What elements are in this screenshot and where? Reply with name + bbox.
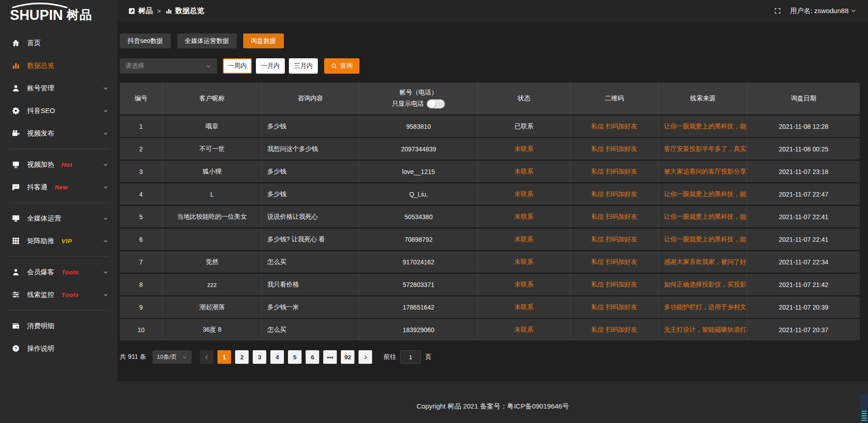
sidebar-item-label: 操作说明 [27, 344, 54, 353]
app-window: SHUPIN 树品 首页数据总览账号管理抖音SEO视频发布视频加热Hot抖客通N… [0, 0, 868, 423]
qrcode-link[interactable]: 私信 扫码加好友 [571, 319, 659, 340]
sidebar-item-video-publish[interactable]: 视频发布 [0, 122, 118, 145]
breadcrumb-item[interactable]: 数据总览 [165, 6, 204, 16]
video-camera-icon [12, 129, 20, 137]
filter-select-placeholder: 请选择 [125, 62, 144, 70]
sidebar-item-lead-monitor[interactable]: 线索监控Tools [0, 283, 118, 306]
sidebar-item-label: 视频发布 [27, 129, 54, 138]
page-button-4[interactable]: 4 [270, 350, 284, 364]
sidebar-item-label: 首页 [27, 39, 41, 47]
cell-account: 50534380 [359, 206, 478, 227]
sidebar-item-consumption-detail[interactable]: 消费明细 [0, 315, 118, 337]
chevron-down-icon [103, 162, 108, 168]
page-button-92[interactable]: 92 [341, 350, 354, 364]
sidebar-item-all-media-operation[interactable]: 全媒体运营 [0, 207, 118, 230]
cell-nickname: 当地比较能吃的一位美女 [163, 206, 262, 227]
qrcode-link[interactable]: 私信 扫码加好友 [571, 206, 659, 227]
cell-account: 9583810 [359, 116, 478, 137]
qrcode-link[interactable]: 私信 扫码加好友 [571, 296, 659, 318]
goto-prefix: 前往 [383, 353, 396, 361]
range-button-one-month[interactable]: 一月内 [256, 58, 285, 74]
cell-account: 183929060 [359, 319, 478, 340]
source-link[interactable]: 让你一眼就爱上的黑科技，能... [659, 116, 747, 137]
cell-no: 1 [120, 116, 163, 137]
page-button-6[interactable]: 6 [306, 350, 319, 364]
sidebar-item-badge: New [55, 184, 68, 191]
next-page-button[interactable] [359, 350, 372, 364]
source-link[interactable]: 无主灯设计，智能磁吸轨道灯... [659, 319, 747, 340]
page-button-1[interactable]: 1 [217, 350, 231, 364]
source-link[interactable]: 让你一眼就爱上的黑科技，能... [659, 183, 747, 205]
tab-douyin-seo-data[interactable]: 抖音seo数据 [120, 33, 171, 48]
more-pages-button[interactable]: ••• [323, 350, 337, 364]
chat-widget-tab[interactable] [860, 394, 868, 423]
source-link[interactable]: 让你一眼就爱上的黑科技，能... [659, 229, 747, 250]
copyright-text: Copyright 树品 2021 备案号：粤ICP备09019646号 [417, 402, 569, 411]
sidebar-item-data-overview[interactable]: 数据总览 [0, 54, 118, 77]
qrcode-link[interactable]: 私信 扫码加好友 [571, 138, 659, 160]
column-header-label: 帐号（电话） [400, 89, 438, 97]
range-button-three-months[interactable]: 三月内 [289, 58, 318, 74]
sidebar-item-home[interactable]: 首页 [0, 32, 118, 54]
sidebar-item-douyin-seo[interactable]: 抖音SEO [0, 99, 118, 122]
sidebar-divider [9, 202, 108, 203]
cell-date: 2021-11-07 22:34 [747, 251, 860, 273]
page-size-select[interactable]: 10条/页 [152, 350, 192, 364]
cell-no: 6 [120, 229, 163, 250]
sidebar-item-doukoutong[interactable]: 抖客通New [0, 176, 118, 198]
cell-nickname: 潮起潮落 [163, 296, 262, 318]
range-button-one-week[interactable]: 一周内 [223, 58, 252, 74]
goto-page-input[interactable] [400, 350, 421, 364]
phone-only-toggle[interactable] [427, 99, 445, 108]
qrcode-link[interactable]: 私信 扫码加好友 [571, 274, 659, 295]
page-button-3[interactable]: 3 [253, 350, 266, 364]
source-link[interactable]: 被大家追着问的客厅投影分享... [659, 161, 747, 182]
sliders-icon [12, 291, 20, 299]
user-menu[interactable]: 用户名: zswodun88 [790, 7, 856, 15]
status-badge: 已联系 [478, 116, 571, 137]
qrcode-link[interactable]: 私信 扫码加好友 [571, 229, 659, 250]
qrcode-link[interactable]: 私信 扫码加好友 [571, 183, 659, 205]
cell-nickname: L [163, 183, 262, 205]
filter-select[interactable]: 请选择 [120, 58, 217, 74]
qrcode-link[interactable]: 私信 扫码加好友 [571, 251, 659, 273]
cell-no: 9 [120, 296, 163, 318]
sidebar-item-account-management[interactable]: 账号管理 [0, 77, 118, 99]
search-button[interactable]: 查询 [324, 58, 359, 74]
prev-page-button[interactable] [200, 350, 213, 364]
app-logo[interactable]: SHUPIN 树品 [0, 0, 118, 26]
source-link[interactable]: 让你一眼就爱上的黑科技，能... [659, 206, 747, 227]
cell-date: 2021-11-08 12:28 [747, 116, 860, 137]
sidebar-item-operation-guide[interactable]: ?操作说明 [0, 337, 118, 360]
chevron-down-icon [103, 108, 108, 114]
phone-toggle-row: 只显示电话 [392, 99, 445, 108]
fullscreen-icon[interactable] [774, 7, 781, 14]
sidebar-item-label: 全媒体运营 [27, 214, 61, 223]
chevron-down-icon [103, 85, 108, 91]
chat-icon [12, 183, 20, 191]
qrcode-link[interactable]: 私信 扫码加好友 [571, 116, 659, 137]
sidebar-item-matrix-boost[interactable]: 矩阵助推VIP [0, 230, 118, 252]
header-right: 用户名: zswodun88 [774, 7, 856, 15]
page-button-5[interactable]: 5 [288, 350, 302, 364]
tab-inquiry-data[interactable]: 询盘数据 [243, 33, 284, 48]
table-row: 5当地比较能吃的一位美女说说价格让我死心50534380未联系私信 扫码加好友让… [120, 206, 860, 227]
member-icon [12, 268, 20, 276]
column-header-qrcode: 二维码 [571, 83, 659, 114]
breadcrumb-item[interactable]: 树品 [128, 6, 153, 16]
cell-content: 多少钱 [262, 116, 359, 137]
sidebar-item-badge: Tools [61, 269, 79, 276]
sidebar-item-member-baoke[interactable]: 会员爆客Tools [0, 261, 118, 283]
source-link[interactable]: 如何正确选择投影仪，买投影... [659, 274, 747, 295]
source-link[interactable]: 感谢大家喜欢我家，被问了好... [659, 251, 747, 273]
tab-media-operation-data[interactable]: 全媒体运营数据 [177, 33, 237, 48]
cell-nickname: 36度 8 [163, 319, 262, 340]
qrcode-link[interactable]: 私信 扫码加好友 [571, 161, 659, 182]
page-button-2[interactable]: 2 [235, 350, 249, 364]
cell-content: 多少钱? 让我死心 看 [262, 229, 359, 250]
source-link[interactable]: 多功能护栏灯，适用于乡村文... [659, 296, 747, 318]
column-header-nickname: 客户昵称 [163, 83, 262, 114]
source-link[interactable]: 客厅安装投影半年多了，真实... [659, 138, 747, 160]
sidebar-item-video-heating[interactable]: 视频加热Hot [0, 153, 118, 176]
screen-icon [12, 160, 20, 169]
